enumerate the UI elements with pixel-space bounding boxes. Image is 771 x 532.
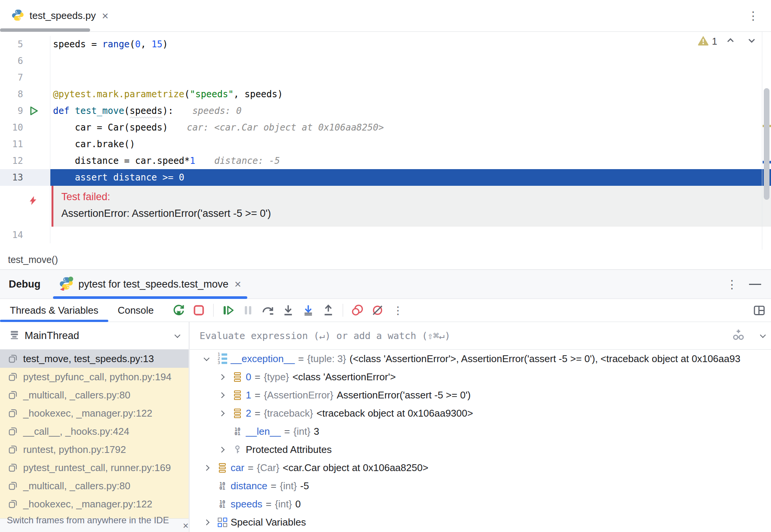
code-editor[interactable]: 5speeds = range(0, 15)678@pytest.mark.pa… [0, 32, 771, 250]
variables-tree: 123__exception__={tuple: 3}(<class 'Asse… [190, 350, 771, 532]
rerun-icon[interactable] [172, 304, 185, 317]
add-watch-icon[interactable] [732, 328, 745, 343]
execution-line[interactable]: 13 assert distance >= 0 [0, 169, 771, 186]
chevron-right-icon[interactable] [219, 392, 225, 398]
gutter[interactable]: 5 [0, 36, 50, 53]
variable-row[interactable]: 123__exception__={tuple: 3}(<class 'Asse… [190, 350, 771, 368]
step-into-icon[interactable] [282, 304, 295, 317]
variable-row[interactable]: 1001speeds={int}0 [190, 495, 771, 513]
chevron-right-icon[interactable] [219, 374, 225, 380]
code-line[interactable]: 8@pytest.mark.parametrize("speeds", spee… [0, 86, 771, 103]
gutter[interactable] [0, 186, 50, 227]
code-line[interactable]: 7 [0, 69, 771, 86]
stack-frame-row[interactable]: _multicall, _callers.py:80 [0, 477, 189, 495]
thread-selector[interactable]: MainThread [0, 322, 189, 350]
resume-icon[interactable] [222, 304, 234, 317]
gutter[interactable]: 9 [0, 103, 50, 119]
layout-settings-icon[interactable] [753, 304, 766, 317]
gutter[interactable]: 6 [0, 53, 50, 69]
gutter[interactable]: 8 [0, 86, 50, 103]
fail-title: Test failed: [61, 191, 771, 203]
evaluate-expression-bar[interactable]: Evaluate expression (↵) or add a watch (… [190, 322, 771, 350]
line-number: 13 [12, 172, 23, 183]
chevron-right-icon[interactable] [219, 446, 225, 453]
stop-icon[interactable] [192, 304, 205, 317]
more-icon[interactable]: ⋮ [726, 278, 738, 291]
force-step-into-icon[interactable] [302, 304, 315, 317]
code-line[interactable]: 10 car = Car(speeds)car: <car.Car object… [0, 119, 771, 136]
close-icon[interactable]: × [102, 10, 109, 22]
close-icon[interactable]: × [183, 521, 189, 530]
breadcrumb[interactable]: test_move() [0, 250, 771, 270]
frame-icon [8, 408, 18, 418]
variable-row[interactable]: car={Car}<car.Car object at 0x106aa8250> [190, 459, 771, 477]
code-line[interactable]: 11 car.brake() [0, 136, 771, 152]
chevron-down-icon [175, 332, 181, 338]
stack-frame-row[interactable]: pytest_pyfunc_call, python.py:194 [0, 368, 189, 386]
code-text: car = Car(speeds)car: <car.Car object at… [50, 122, 384, 133]
run-icon[interactable] [28, 105, 39, 117]
debug-session-tab[interactable]: pytest for test_speeds.test_move × [53, 270, 247, 299]
frames-list: test_move, test_speeds.py:13pytest_pyfun… [0, 350, 189, 532]
variable-name: 1 [246, 389, 251, 401]
close-icon[interactable]: × [234, 278, 241, 290]
debug-actions: ⋮ [172, 304, 405, 317]
tab-console[interactable]: Console [108, 299, 163, 322]
inspection-widget: 1 [698, 35, 757, 48]
chevron-down-icon[interactable] [203, 355, 209, 361]
variable-row[interactable]: Special Variables [190, 513, 771, 531]
variable-row[interactable]: 1001distance={int}-5 [190, 477, 771, 495]
pause-icon[interactable] [242, 304, 254, 317]
minimize-icon[interactable] [749, 284, 761, 285]
variable-row[interactable]: 1={AssertionError}AssertionError('assert… [190, 386, 771, 404]
variable-name: speeds [231, 498, 262, 510]
tab-threads-variables[interactable]: Threads & Variables [0, 299, 108, 322]
gutter[interactable]: 12 [0, 152, 50, 169]
code-line[interactable]: 12 distance = car.speed*1distance: -5 [0, 152, 771, 169]
variable-value: 3 [314, 426, 319, 437]
gutter[interactable]: 13 [0, 169, 50, 186]
editor-scrollbar[interactable] [764, 88, 769, 200]
step-out-icon[interactable] [322, 304, 335, 317]
code-text: @pytest.mark.parametrize("speeds", speed… [50, 89, 283, 100]
code-line[interactable]: 14 [0, 227, 771, 243]
gutter[interactable]: 7 [0, 69, 50, 86]
prev-warning-chevron-up-icon[interactable] [726, 36, 735, 47]
stack-frame-row[interactable]: _hookexec, _manager.py:122 [0, 404, 189, 422]
variable-row[interactable]: 1001__len__={int}3 [190, 422, 771, 440]
line-number: 11 [12, 139, 23, 149]
python-icon [11, 9, 24, 23]
stack-frame-row[interactable]: pytest_runtest_call, runner.py:169 [0, 459, 189, 477]
code-line[interactable]: 5speeds = range(0, 15) [0, 36, 771, 53]
view-breakpoints-icon[interactable] [351, 304, 364, 317]
more-icon[interactable]: ⋮ [748, 9, 759, 22]
variable-value: (<class 'AssertionError'>, AssertionErro… [350, 353, 740, 365]
more-icon[interactable]: ⋮ [391, 304, 405, 317]
variable-row[interactable]: Protected Attributes [190, 440, 771, 459]
variable-name: 0 [246, 371, 251, 383]
code-line[interactable]: 9def test_move(speeds):speeds: 0 [0, 103, 771, 119]
mute-breakpoints-icon[interactable] [371, 304, 384, 317]
tab-indicator [0, 28, 90, 32]
next-warning-chevron-down-icon[interactable] [747, 36, 757, 47]
evaluate-placeholder: Evaluate expression (↵) or add a watch (… [200, 330, 450, 341]
gutter[interactable]: 11 [0, 136, 50, 152]
list-icon [234, 409, 241, 418]
gutter[interactable]: 10 [0, 119, 50, 136]
stack-frame-row[interactable]: runtest, python.py:1792 [0, 440, 189, 459]
stack-frame-row[interactable]: __call__, _hooks.py:424 [0, 422, 189, 440]
stack-frame-row[interactable]: _hookexec, _manager.py:122 [0, 495, 189, 513]
stack-frame-row[interactable]: test_move, test_speeds.py:13 [0, 350, 189, 368]
code-line[interactable]: 6 [0, 53, 771, 69]
chevron-down-icon[interactable] [760, 332, 766, 338]
step-over-icon[interactable] [262, 304, 275, 317]
chevron-right-icon[interactable] [203, 519, 209, 525]
variable-row[interactable]: 0={type}<class 'AssertionError'> [190, 368, 771, 386]
chevron-right-icon[interactable] [219, 410, 225, 416]
warning-icon [698, 35, 709, 48]
variable-row[interactable]: 2={traceback}<traceback object at 0x106a… [190, 404, 771, 422]
tab-test-speeds-py[interactable]: test_speeds.py × [0, 0, 118, 31]
stack-frame-row[interactable]: _multicall, _callers.py:80 [0, 386, 189, 404]
chevron-right-icon[interactable] [203, 465, 209, 471]
gutter[interactable]: 14 [0, 227, 50, 243]
